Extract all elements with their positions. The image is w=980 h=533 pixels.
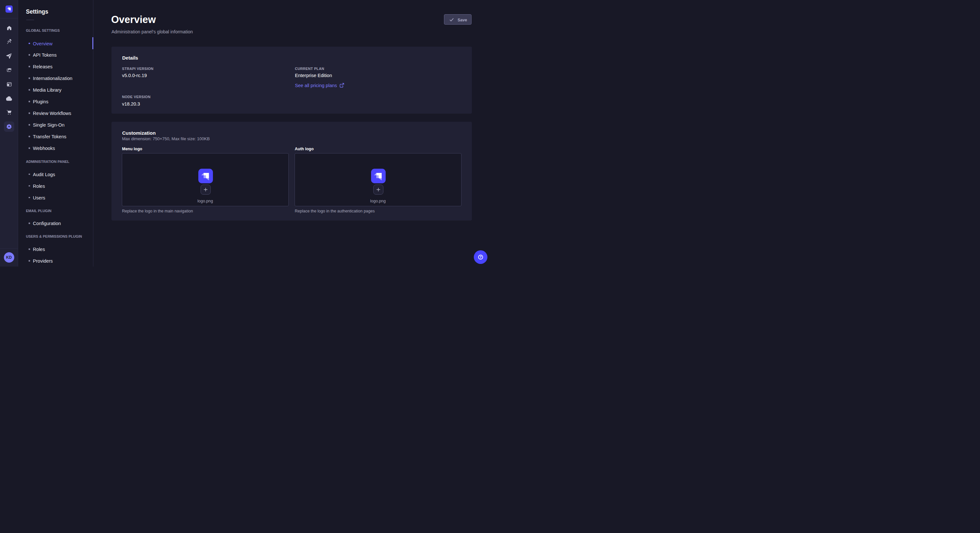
svg-text:?: ?: [480, 255, 482, 259]
